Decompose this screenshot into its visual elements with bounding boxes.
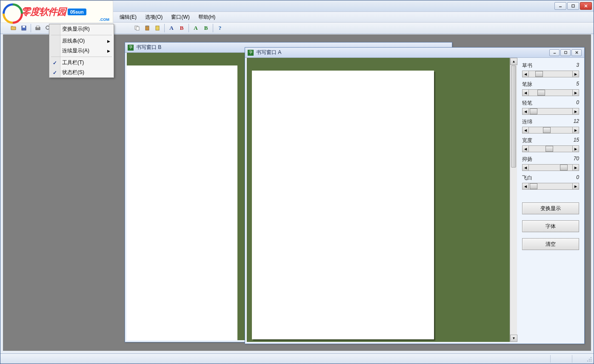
slider-track[interactable]: ◀▶ [522,108,579,115]
menu-window[interactable]: 窗口(W) [167,12,194,23]
panel-button-1[interactable]: 字体 [522,220,579,232]
scroll-down-button[interactable]: ▼ [510,335,517,342]
print-icon[interactable] [33,23,43,33]
scroll-up-button[interactable]: ▲ [510,58,517,65]
svg-rect-13 [146,26,148,27]
panel-button-0[interactable]: 变换显示 [522,202,579,214]
slider-thumb[interactable] [545,146,553,152]
save-icon[interactable] [19,23,29,33]
copy-icon[interactable] [132,23,142,33]
canvas-a-scrollbar[interactable]: ▲ ▼ [510,58,517,342]
slider-label: 轻笔 [522,100,532,107]
maximize-button[interactable] [567,2,579,10]
svg-point-21 [591,359,591,360]
slider-track[interactable]: ◀▶ [522,145,579,152]
dd-label: 连续显示(A) [62,47,89,54]
menu-help[interactable]: 帮助(H) [194,12,220,23]
canvas-a-page[interactable] [252,71,434,339]
slider-label: 宽度 [522,137,532,144]
svg-point-20 [589,359,590,360]
slider-label: 飞白 [522,174,532,182]
slider-label: 连绵 [522,118,532,125]
slider-value: 3 [576,62,579,69]
logo-sub: .COM [100,17,110,22]
slider-value: 0 [576,100,579,107]
check-icon: ✓ [53,60,57,66]
main-window: 零度软件园 05sun .COM 编辑(E) 选项(O) 窗口(W) 帮助(H)… [0,0,594,364]
window-icon: 字 [128,45,134,51]
dd-label: 变换显示(R) [62,26,90,33]
dd-toolbar-toggle[interactable]: ✓ 工具栏(T) [49,58,114,68]
slider-track[interactable]: ◀▶ [522,127,579,134]
slider-left-button[interactable]: ◀ [523,146,529,152]
slider-left-button[interactable]: ◀ [523,71,529,77]
slider-left-button[interactable]: ◀ [523,127,529,133]
svg-point-22 [587,361,588,361]
menu-options[interactable]: 选项(O) [141,12,167,23]
slider-thumb[interactable] [560,165,568,171]
slider-left-button[interactable]: ◀ [523,165,529,171]
dd-statusbar-toggle[interactable]: ✓ 状态栏(S) [49,68,114,77]
window-a-maximize-button[interactable] [560,49,571,56]
minimize-button[interactable] [554,2,566,10]
toolbar-separator [31,24,31,32]
window-a-title: 书写窗口 A [256,49,549,56]
slider-thumb[interactable] [535,71,543,77]
slider-value: 70 [574,156,579,163]
slider-left-button[interactable]: ◀ [523,183,529,189]
window-a-titlebar[interactable]: 字 书写窗口 A [245,48,584,58]
style-a-blue-button[interactable]: A [167,23,176,33]
style-b-green-button[interactable]: B [201,23,211,33]
resize-grip-icon[interactable] [586,356,592,362]
svg-point-24 [591,361,591,361]
help-icon[interactable]: ? [215,23,225,33]
svg-rect-11 [136,27,139,30]
close-button[interactable] [580,2,592,10]
slider-label: 抑扬 [522,156,532,163]
slider-right-button[interactable]: ▶ [572,183,579,189]
style-b-red-button[interactable]: B [177,23,186,33]
slider-thumb[interactable] [537,90,545,96]
logo-watermark: 零度软件园 05sun .COM [0,0,113,23]
window-icon: 字 [248,50,254,56]
slider-连绵: 连绵12◀▶ [522,118,579,134]
slider-left-button[interactable]: ◀ [523,90,529,96]
slider-right-button[interactable]: ▶ [572,71,579,77]
menu-edit[interactable]: 编辑(E) [115,12,141,23]
slider-track[interactable]: ◀▶ [522,71,579,77]
panel-button-2[interactable]: 清空 [522,238,579,250]
slider-right-button[interactable]: ▶ [572,127,579,133]
slider-track[interactable]: ◀▶ [522,183,579,190]
window-a-close-button[interactable] [571,49,582,56]
slider-right-button[interactable]: ▶ [572,90,579,96]
toolbar-separator [188,24,189,32]
window-a-minimize-button[interactable] [549,49,560,56]
slider-right-button[interactable]: ▶ [572,146,579,152]
status-segment [572,355,572,363]
svg-rect-7 [37,26,39,28]
slider-thumb[interactable] [543,127,551,133]
dd-transform-display[interactable]: 变换显示(R) [49,24,114,34]
slider-left-button[interactable]: ◀ [523,108,529,114]
scroll-thumb[interactable] [511,65,516,168]
slider-thumb[interactable] [530,108,537,114]
dd-original-lines[interactable]: 原线条(O) ▶ [49,36,114,46]
paste-icon[interactable] [143,23,152,33]
canvas-b-page[interactable] [127,65,237,340]
dd-label: 状态栏(S) [62,69,84,76]
dd-continuous-display[interactable]: 连续显示(A) ▶ [49,46,114,56]
logo-icon [3,3,20,20]
open-icon[interactable] [9,23,18,33]
writing-window-a[interactable]: 字 书写窗口 A ▲ ▼ 草书3◀▶笔脉5◀▶轻笔0 [245,47,585,344]
canvas-a[interactable] [247,58,510,342]
clipboard-icon[interactable] [153,23,162,33]
slider-thumb[interactable] [530,183,537,189]
slider-笔脉: 笔脉5◀▶ [522,81,579,96]
slider-宽度: 宽度15◀▶ [522,137,579,152]
slider-right-button[interactable]: ▶ [572,165,579,171]
slider-right-button[interactable]: ▶ [572,108,579,114]
slider-track[interactable]: ◀▶ [522,89,579,96]
style-a-green-button[interactable]: A [191,23,200,33]
slider-track[interactable]: ◀▶ [522,164,579,171]
slider-飞白: 飞白0◀▶ [522,174,579,190]
